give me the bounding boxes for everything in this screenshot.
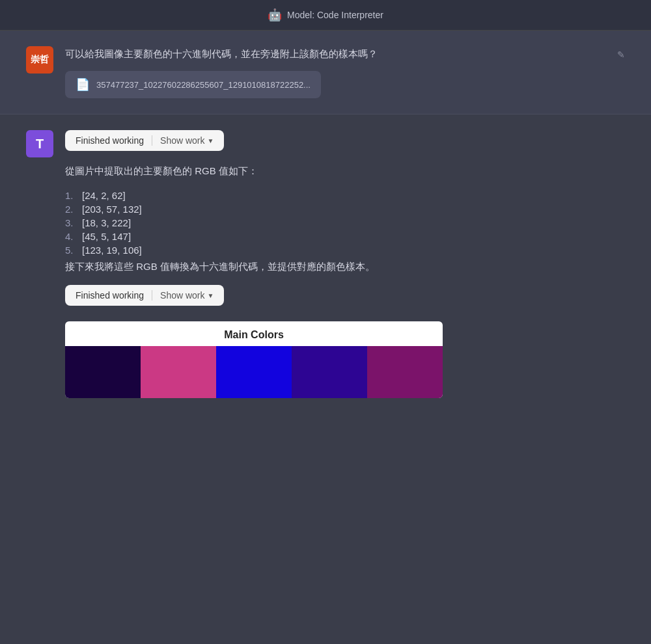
color-chart-container: Main Colors xyxy=(65,321,443,398)
rgb-list-item: 5.[123, 19, 106] xyxy=(65,245,625,256)
color-swatch xyxy=(141,346,216,398)
chevron-down-icon-2: ▼ xyxy=(208,292,214,299)
color-swatches xyxy=(65,346,443,398)
rgb-item-number: 3. xyxy=(65,217,79,228)
rgb-item-value: [18, 3, 222] xyxy=(82,217,131,228)
show-work-link-1[interactable]: Show work ▼ xyxy=(160,135,214,146)
edit-icon[interactable]: ✎ xyxy=(617,47,625,62)
user-avatar: 崇哲 xyxy=(26,46,53,74)
rgb-item-number: 4. xyxy=(65,231,79,242)
rgb-item-value: [45, 5, 147] xyxy=(82,231,131,242)
assistant-message-block: T Finished working Show work ▼ 從圖片中提取出的主… xyxy=(0,114,651,414)
show-work-link-2[interactable]: Show work ▼ xyxy=(160,290,214,301)
file-name-label: 357477237_10227602286255607_129101081872… xyxy=(96,80,311,90)
color-swatch xyxy=(292,346,367,398)
show-work-widget-2[interactable]: Finished working Show work ▼ xyxy=(65,285,224,306)
rgb-item-value: [203, 57, 132] xyxy=(82,204,142,215)
file-attachment[interactable]: 📄 357477237_10227602286255607_1291010818… xyxy=(65,71,321,98)
rgb-list-item: 3.[18, 3, 222] xyxy=(65,217,625,228)
header-title: Model: Code Interpreter xyxy=(287,10,383,20)
response-intro-text: 從圖片中提取出的主要顏色的 RGB 值如下： xyxy=(65,163,625,180)
app-header: 🤖 Model: Code Interpreter xyxy=(0,0,651,31)
chevron-down-icon-1: ▼ xyxy=(208,137,214,144)
rgb-list-item: 1.[24, 2, 62] xyxy=(65,190,625,201)
rgb-item-number: 5. xyxy=(65,245,79,256)
robot-icon: 🤖 xyxy=(268,8,282,22)
chat-container: 崇哲 可以給我圖像主要顏色的十六進制代碼，並在旁邊附上該顏色的樣本嗎？ ✎ 📄 … xyxy=(0,31,651,414)
color-swatch xyxy=(65,346,141,398)
show-work-widget-1[interactable]: Finished working Show work ▼ xyxy=(65,130,224,151)
rgb-item-value: [123, 19, 106] xyxy=(82,245,142,256)
color-swatch xyxy=(216,346,292,398)
rgb-list-item: 2.[203, 57, 132] xyxy=(65,204,625,215)
show-work-divider-1 xyxy=(152,135,152,146)
assistant-avatar: T xyxy=(26,130,53,157)
user-message-content: 可以給我圖像主要顏色的十六進制代碼，並在旁邊附上該顏色的樣本嗎？ ✎ 📄 357… xyxy=(65,46,625,98)
color-chart-title: Main Colors xyxy=(65,321,443,346)
response-middle-text: 接下來我將這些 RGB 值轉換為十六進制代碼，並提供對應的顏色樣本。 xyxy=(65,258,625,275)
file-icon: 📄 xyxy=(76,77,90,92)
user-question-text: 可以給我圖像主要顏色的十六進制代碼，並在旁邊附上該顏色的樣本嗎？ xyxy=(65,46,617,62)
rgb-item-value: [24, 2, 62] xyxy=(82,190,126,201)
finished-working-label-2: Finished working xyxy=(76,290,144,301)
color-swatch xyxy=(367,346,443,398)
user-message-text: 可以給我圖像主要顏色的十六進制代碼，並在旁邊附上該顏色的樣本嗎？ ✎ xyxy=(65,46,625,62)
rgb-item-number: 2. xyxy=(65,204,79,215)
finished-working-label-1: Finished working xyxy=(76,135,144,146)
rgb-item-number: 1. xyxy=(65,190,79,201)
rgb-list: 1.[24, 2, 62]2.[203, 57, 132]3.[18, 3, 2… xyxy=(65,190,625,256)
user-message-block: 崇哲 可以給我圖像主要顏色的十六進制代碼，並在旁邊附上該顏色的樣本嗎？ ✎ 📄 … xyxy=(0,31,651,114)
assistant-block-wrapper: T Finished working Show work ▼ 從圖片中提取出的主… xyxy=(0,114,651,414)
rgb-list-item: 4.[45, 5, 147] xyxy=(65,231,625,242)
assistant-message-content: Finished working Show work ▼ 從圖片中提取出的主要顏… xyxy=(65,130,625,398)
show-work-divider-2 xyxy=(152,290,152,301)
